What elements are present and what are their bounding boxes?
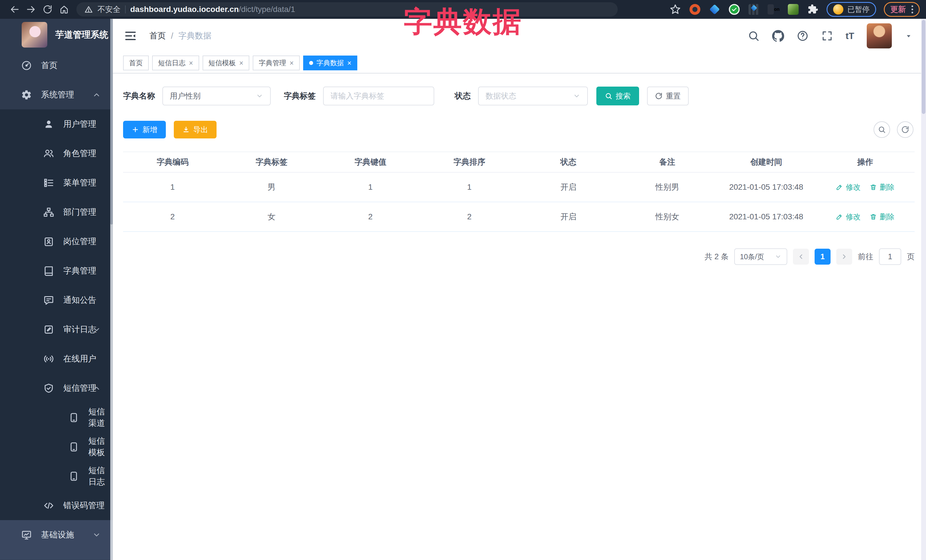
github-icon[interactable] [772, 30, 784, 42]
goto-page-input[interactable]: 1 [879, 248, 901, 265]
user-avatar[interactable] [867, 23, 892, 48]
bookmark-star-icon[interactable] [669, 3, 681, 15]
edit-link[interactable]: 修改 [836, 212, 861, 222]
extension-drop-icon[interactable] [709, 3, 720, 15]
code-icon [43, 500, 55, 512]
page-size-select[interactable]: 10条/页 [734, 248, 787, 265]
next-page-button[interactable] [836, 249, 852, 265]
font-size-icon[interactable]: tT [846, 31, 854, 41]
close-tab-icon[interactable]: × [189, 60, 193, 66]
sidebar-item-error-codes[interactable]: 错误码管理 [0, 491, 113, 520]
sidebar-item-sms-log[interactable]: 短信日志 [0, 462, 113, 491]
sidebar-item-roles[interactable]: 角色管理 [0, 139, 113, 168]
home-icon[interactable] [56, 2, 73, 17]
sidebar-item-system[interactable]: 系统管理 [0, 80, 113, 109]
back-icon[interactable] [6, 2, 23, 17]
clipboard-pen-icon [43, 324, 55, 335]
tag-sms-log[interactable]: 短信日志× [152, 56, 199, 70]
dict-tag-input[interactable]: 请输入字典标签 [323, 87, 434, 106]
tag-sms-template[interactable]: 短信模板× [203, 56, 250, 70]
table-row[interactable]: 2 女 2 2 开启 性别女 2021-01-05 17:03:48 修改 删除 [123, 202, 915, 232]
extension-leaf-icon[interactable] [787, 3, 799, 15]
extensions-puzzle-icon[interactable] [807, 3, 819, 15]
delete-link[interactable]: 删除 [870, 212, 894, 222]
prev-page-button[interactable] [793, 249, 809, 265]
book-icon [43, 265, 55, 277]
breadcrumb-home[interactable]: 首页 [149, 30, 166, 42]
sidebar-item-sms-template[interactable]: 短信模板 [0, 432, 113, 462]
breadcrumb-current: 字典数据 [179, 30, 212, 42]
address-divider [125, 5, 126, 14]
hamburger-icon[interactable] [124, 30, 137, 42]
extension-orange-icon[interactable] [689, 3, 701, 15]
export-button[interactable]: 导出 [174, 121, 216, 139]
main-area: 首页 / 字典数据 tT 首页 短信日志× 短信模板× 字典 [113, 19, 926, 560]
goto-label: 前往 [858, 252, 873, 262]
security-label: 不安全 [97, 4, 121, 15]
menu-list-icon [43, 177, 55, 189]
chrome-update-button[interactable]: 更新 [884, 2, 920, 17]
tag-dict-data[interactable]: 字典数据× [303, 56, 357, 70]
app-logo[interactable]: 芋道管理系统 [0, 19, 113, 51]
close-tab-icon[interactable]: × [347, 60, 352, 66]
close-tab-icon[interactable]: × [289, 60, 294, 66]
browser-menu-icon[interactable] [911, 5, 913, 14]
forward-icon[interactable] [23, 2, 39, 17]
sidebar-item-menus[interactable]: 菜单管理 [0, 168, 113, 198]
extension-on-icon[interactable]: on [767, 3, 779, 15]
page-content: 字典名称 用户性别 字典标签 请输入字典标签 状态 数据状态 搜索 [113, 74, 926, 560]
tag-dict-manage[interactable]: 字典管理× [253, 56, 300, 70]
phone-icon [68, 412, 80, 424]
sidebar-item-audit-log[interactable]: 审计日志 [0, 315, 113, 344]
sidebar-item-posts[interactable]: 岗位管理 [0, 227, 113, 256]
header-actions: tT [747, 23, 913, 48]
avatar-caret-icon[interactable] [904, 32, 913, 40]
shield-check-icon [43, 382, 55, 394]
fullscreen-icon[interactable] [821, 30, 833, 42]
status-select[interactable]: 数据状态 [478, 87, 588, 106]
close-tab-icon[interactable]: × [239, 60, 244, 66]
gear-icon [21, 89, 32, 101]
page-1-button[interactable]: 1 [815, 249, 831, 265]
toggle-search-icon[interactable] [873, 121, 890, 138]
extension-tune-icon[interactable] [748, 3, 760, 15]
logo-avatar [22, 22, 47, 48]
app-title: 芋道管理系统 [55, 29, 108, 41]
chevron-down-icon [573, 92, 580, 100]
extension-check-icon[interactable] [728, 3, 740, 15]
phone-icon [68, 441, 80, 453]
users-icon [43, 148, 55, 160]
sidebar-item-dict[interactable]: 字典管理 [0, 256, 113, 285]
tag-home[interactable]: 首页 [123, 56, 149, 70]
search-icon[interactable] [747, 30, 760, 42]
edit-link[interactable]: 修改 [836, 182, 861, 192]
add-button[interactable]: 新增 [123, 121, 166, 139]
sidebar-item-sms[interactable]: 短信管理 [0, 373, 113, 403]
sidebar-item-users[interactable]: 用户管理 [0, 109, 113, 139]
pagination: 共 2 条 10条/页 1 前往 1 页 [123, 248, 915, 265]
dict-name-select[interactable]: 用户性别 [162, 87, 271, 106]
sidebar-menu: 首页 系统管理 用户管理 角色管理 菜单管理 [0, 51, 113, 560]
sidebar-item-sms-channel[interactable]: 短信渠道 [0, 403, 113, 432]
search-button[interactable]: 搜索 [596, 87, 639, 106]
sidebar-scrollbar[interactable] [110, 19, 113, 560]
help-icon[interactable] [797, 30, 809, 42]
reset-button[interactable]: 重置 [647, 87, 688, 106]
sidebar-item-notice[interactable]: 通知公告 [0, 285, 113, 315]
profile-paused-pill[interactable]: 已暂停 [826, 2, 876, 17]
delete-link[interactable]: 删除 [870, 182, 894, 192]
sidebar-item-online-users[interactable]: 在线用户 [0, 344, 113, 373]
sidebar-item-home[interactable]: 首页 [0, 51, 113, 80]
page-unit: 页 [907, 252, 915, 262]
address-bar[interactable]: 不安全 dashboard.yudao.iocoder.cn/dict/type… [76, 2, 618, 17]
sidebar-item-departments[interactable]: 部门管理 [0, 198, 113, 227]
page-scrollbar[interactable] [921, 19, 926, 560]
reload-icon[interactable] [39, 2, 56, 17]
refresh-icon[interactable] [897, 121, 914, 138]
sidebar-item-infrastructure[interactable]: 基础设施 [0, 520, 113, 549]
url-domain: dashboard.yudao.iocoder.cn [130, 5, 239, 14]
monitor-chart-icon [21, 529, 32, 541]
breadcrumb-separator: / [171, 31, 173, 41]
update-label: 更新 [890, 4, 906, 15]
table-row[interactable]: 1 男 1 1 开启 性别男 2021-01-05 17:03:48 修改 删除 [123, 173, 915, 202]
